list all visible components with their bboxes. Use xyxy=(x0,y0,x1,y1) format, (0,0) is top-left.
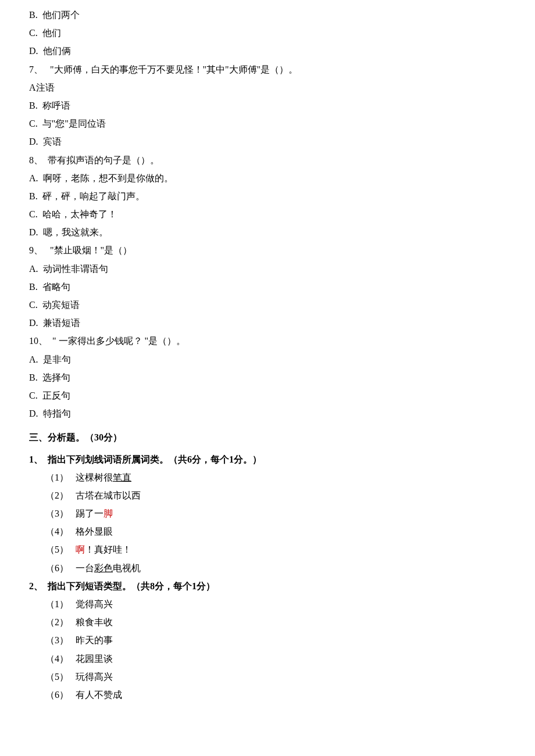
s3-p1-i6-underlined: 彩色 xyxy=(94,563,113,573)
s3-p2-prompt: 2、 指出下列短语类型。（共8分，每个1分） xyxy=(29,577,506,595)
q8-prompt: 8、 带有拟声语的句子是（）。 xyxy=(29,151,506,169)
q6-option-c: C. 他们 xyxy=(29,24,506,42)
s3-p1-i3-pre: （3） 踢了一 xyxy=(45,508,104,518)
s3-p1-item3: （3） 踢了一脚 xyxy=(29,504,506,522)
s3-p1-item4: （4） 格外显眼 xyxy=(29,522,506,540)
s3-p1-i3-red: 脚 xyxy=(104,508,113,518)
q10-option-c: C. 正反句 xyxy=(29,386,506,404)
q7-option-d: D. 宾语 xyxy=(29,132,506,151)
s3-p1-item5: （5） 啊！真好哇！ xyxy=(29,540,506,558)
q10-option-d: D. 特指句 xyxy=(29,404,506,422)
s3-p2-item5: （5） 玩得高兴 xyxy=(29,668,506,686)
s3-p1-i5-red: 啊 xyxy=(76,544,85,554)
s3-p2-item4: （4） 花园里谈 xyxy=(29,650,506,668)
section3-heading: 三、分析题。（30分） xyxy=(29,428,506,446)
q8-option-d: D. 嗯，我这就来。 xyxy=(29,223,506,241)
s3-p1-i6-pre: （6） 一台 xyxy=(45,563,94,573)
q6-option-b: B. 他们两个 xyxy=(29,6,506,24)
q10-option-a: A. 是非句 xyxy=(29,350,506,368)
s3-p1-i5-pre: （5） xyxy=(45,544,76,554)
q9-option-d: D. 兼语短语 xyxy=(29,314,506,332)
s3-p2-item3: （3） 昨天的事 xyxy=(29,631,506,649)
q8-option-b: B. 砰，砰，响起了敲门声。 xyxy=(29,187,506,205)
q9-option-c: C. 动宾短语 xyxy=(29,296,506,314)
s3-p1-i6-post: 电视机 xyxy=(113,563,141,573)
s3-p2-item2: （2） 粮食丰收 xyxy=(29,613,506,631)
s3-p1-i1-pre: （1） 这棵树很 xyxy=(45,472,113,482)
s3-p1-item6: （6） 一台彩色电视机 xyxy=(29,559,506,577)
q6-option-d: D. 他们俩 xyxy=(29,42,506,60)
q10-option-b: B. 选择句 xyxy=(29,368,506,386)
s3-p1-item1: （1） 这棵树很笔直 xyxy=(29,468,506,486)
q10-prompt: 10、 " 一家得出多少钱呢？ "是（）。 xyxy=(29,332,506,350)
s3-p1-i5-post: ！真好哇！ xyxy=(85,544,131,554)
q9-option-a: A. 动词性非谓语句 xyxy=(29,260,506,278)
q7-option-c: C. 与"您"是同位语 xyxy=(29,114,506,132)
s3-p2-item1: （1） 觉得高兴 xyxy=(29,595,506,613)
s3-p1-i1-underlined: 笔直 xyxy=(113,472,131,482)
s3-p1-item2: （2） 古塔在城市以西 xyxy=(29,486,506,504)
q8-option-c: C. 哈哈，太神奇了！ xyxy=(29,205,506,223)
q9-prompt: 9、 "禁止吸烟！"是（） xyxy=(29,241,506,259)
q9-option-b: B. 省略句 xyxy=(29,278,506,296)
q8-option-a: A. 啊呀，老陈，想不到是你做的。 xyxy=(29,169,506,187)
q7-option-a: A注语 xyxy=(29,78,506,96)
q7-option-b: B. 称呼语 xyxy=(29,96,506,114)
s3-p2-item6: （6） 有人不赞成 xyxy=(29,686,506,704)
s3-p1-prompt: 1、 指出下列划线词语所属词类。（共6分，每个1分。） xyxy=(29,450,506,468)
q7-prompt: 7、 "大师傅，白天的事您千万不要见怪！"其中"大师傅"是（）。 xyxy=(29,60,506,78)
